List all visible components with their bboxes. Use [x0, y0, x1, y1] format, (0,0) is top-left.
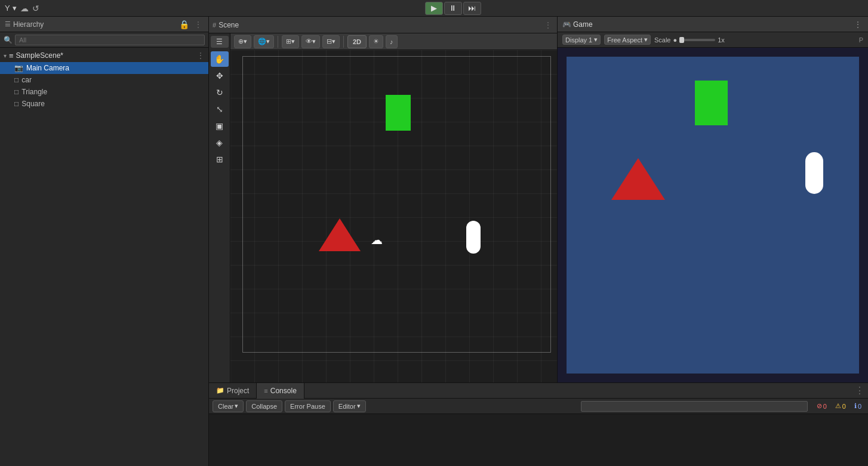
step-button[interactable]: ⏭ [463, 2, 481, 15]
aspect-select[interactable]: Free Aspect ▾ [604, 35, 651, 45]
main-camera-label: Main Camera [26, 64, 69, 72]
toolbox-drag-handle: ☰ [211, 36, 229, 48]
editor-button[interactable]: Editor ▾ [333, 400, 366, 412]
collab-icon[interactable]: ↺ [32, 4, 39, 13]
scene-red-triangle[interactable] [319, 218, 361, 251]
warning-icon: ⚠ [835, 402, 841, 410]
scene-panel-icon: # [213, 21, 216, 29]
collapse-button[interactable]: Collapse [246, 400, 282, 412]
scene-white-capsule[interactable] [466, 221, 481, 254]
hierarchy-item-triangle[interactable]: □ Triangle [0, 86, 208, 98]
logo-y: Y [5, 4, 10, 13]
hierarchy-kebab-button[interactable]: ⋮ [193, 20, 204, 29]
warning-badge: ⚠ 0 [832, 402, 849, 411]
scene-expand-arrow: ▾ [4, 53, 7, 59]
scene-kebab-button[interactable]: ⋮ [543, 20, 553, 30]
main-layout: ☰ Hierarchy 🔒 ⋮ 🔍 ▾ ≡ SampleScene* ⋮ 📷 M… [0, 17, 868, 466]
gizmo-dropdown-button[interactable]: ⊕▾ [234, 35, 251, 48]
info-count: 0 [858, 403, 861, 410]
combo-tool-button[interactable]: ⊞ [211, 152, 229, 167]
separator-1 [278, 36, 278, 48]
snap-button[interactable]: ⊟▾ [322, 35, 340, 48]
hierarchy-scene-item[interactable]: ▾ ≡ SampleScene* ⋮ [0, 49, 208, 62]
bottom-kebab[interactable]: ⋮ [851, 385, 868, 396]
display-select[interactable]: Display 1 ▾ [562, 35, 601, 45]
scene-panel: # Scene ⋮ ☰ ✋ ✥ ↻ ⤡ ▣ ◈ ⊞ [209, 17, 558, 382]
2d-toggle-button[interactable]: 2D [347, 35, 367, 48]
hierarchy-item-car[interactable]: □ car [0, 74, 208, 86]
cloud-icon[interactable]: ☁ [20, 4, 29, 13]
hierarchy-header: ☰ Hierarchy 🔒 ⋮ [0, 17, 208, 32]
car-label: car [21, 76, 32, 84]
scale-tool-button[interactable]: ⤡ [211, 101, 229, 117]
aspect-chevron: ▾ [644, 36, 648, 44]
console-toolbar: Clear ▾ Collapse Error Pause Editor ▾ ⊘ … [209, 399, 868, 414]
hierarchy-list: ▾ ≡ SampleScene* ⋮ 📷 Main Camera □ car □… [0, 48, 208, 466]
clear-label: Clear [218, 403, 233, 410]
bottom-panel: 📁 Project ≡ Console ⋮ Clear ▾ Collapse E… [209, 382, 868, 466]
light-toggle-button[interactable]: ☀ [369, 35, 383, 48]
scene-game-row: # Scene ⋮ ☰ ✋ ✥ ↻ ⤡ ▣ ◈ ⊞ [209, 17, 868, 382]
layers-dropdown-button[interactable]: 🌐▾ [254, 35, 274, 48]
game-red-triangle [611, 158, 665, 200]
visibility-button[interactable]: 👁▾ [301, 35, 320, 48]
hierarchy-search-bar: 🔍 [0, 32, 208, 48]
triangle-icon: □ [14, 88, 19, 96]
rect-tool-button[interactable]: ▣ [211, 118, 229, 134]
hand-tool-button[interactable]: ✋ [211, 51, 229, 67]
center-panels: # Scene ⋮ ☰ ✋ ✥ ↻ ⤡ ▣ ◈ ⊞ [209, 17, 868, 466]
pause-button[interactable]: ⏸ [444, 2, 462, 15]
square-label: Square [21, 100, 45, 108]
hierarchy-item-square[interactable]: □ Square [0, 98, 208, 110]
game-panel-header: 🎮 Game ⋮ [558, 17, 868, 32]
game-white-capsule [805, 152, 823, 194]
triangle-label: Triangle [21, 88, 47, 96]
scale-control: Scale ● 1x [654, 36, 725, 44]
top-bar: Y ▾ ☁ ↺ ▶ ⏸ ⏭ [0, 0, 868, 17]
car-icon: □ [14, 76, 19, 84]
info-badge: ℹ 0 [851, 402, 864, 411]
bottom-tabs: 📁 Project ≡ Console ⋮ [209, 383, 868, 399]
grid-button[interactable]: ⊞▾ [282, 35, 299, 48]
editor-arrow: ▾ [357, 402, 361, 410]
play-button[interactable]: ▶ [425, 2, 443, 15]
hierarchy-panel: ☰ Hierarchy 🔒 ⋮ 🔍 ▾ ≡ SampleScene* ⋮ 📷 M… [0, 17, 209, 466]
audio-toggle-button[interactable]: ♪ [386, 35, 398, 48]
scene-icon: ≡ [9, 51, 14, 60]
scene-cloud[interactable]: ☁ [371, 233, 383, 247]
game-toolbar: Display 1 ▾ Free Aspect ▾ Scale ● 1x P [558, 32, 868, 48]
project-tab[interactable]: 📁 Project [209, 383, 257, 399]
scale-value: 1x [718, 36, 725, 44]
move-tool-button[interactable]: ✥ [211, 68, 229, 84]
hierarchy-item-main-camera[interactable]: 📷 Main Camera [0, 62, 208, 74]
scale-slider[interactable] [679, 39, 715, 41]
game-kebab-button[interactable]: ⋮ [852, 20, 863, 29]
console-icon: ≡ [264, 387, 267, 394]
game-panel-icon: 🎮 [562, 20, 571, 29]
hierarchy-lock-button[interactable]: 🔒 [178, 20, 190, 29]
error-pause-button[interactable]: Error Pause [285, 400, 331, 412]
rotate-tool-button[interactable]: ↻ [211, 85, 229, 100]
camera-icon: 📷 [14, 64, 23, 72]
scene-green-rect[interactable] [386, 95, 411, 131]
logo-dropdown-arrow[interactable]: ▾ [13, 4, 17, 13]
square-icon: □ [14, 100, 19, 108]
console-tab[interactable]: ≡ Console [257, 383, 304, 399]
scene-toolbar: # Scene ⋮ [209, 17, 557, 33]
game-panel-title: Game [573, 20, 593, 29]
transport-controls: ▶ ⏸ ⏭ [425, 2, 481, 15]
aspect-label: Free Aspect [607, 36, 642, 44]
hierarchy-title: Hierarchy [13, 20, 176, 29]
info-icon: ℹ [854, 402, 857, 410]
game-green-rect [695, 81, 728, 125]
separator-2 [343, 36, 344, 48]
scene-name: SampleScene* [16, 51, 63, 60]
game-view[interactable] [558, 48, 868, 382]
display-chevron: ▾ [594, 36, 598, 44]
clear-button[interactable]: Clear ▾ [213, 400, 244, 412]
scene-kebab[interactable]: ⋮ [196, 51, 205, 60]
custom-tool-button[interactable]: ◈ [211, 135, 229, 150]
console-search-input[interactable] [581, 401, 808, 412]
hierarchy-search-input[interactable] [15, 35, 205, 45]
scene-view[interactable]: ☁ [230, 50, 557, 382]
